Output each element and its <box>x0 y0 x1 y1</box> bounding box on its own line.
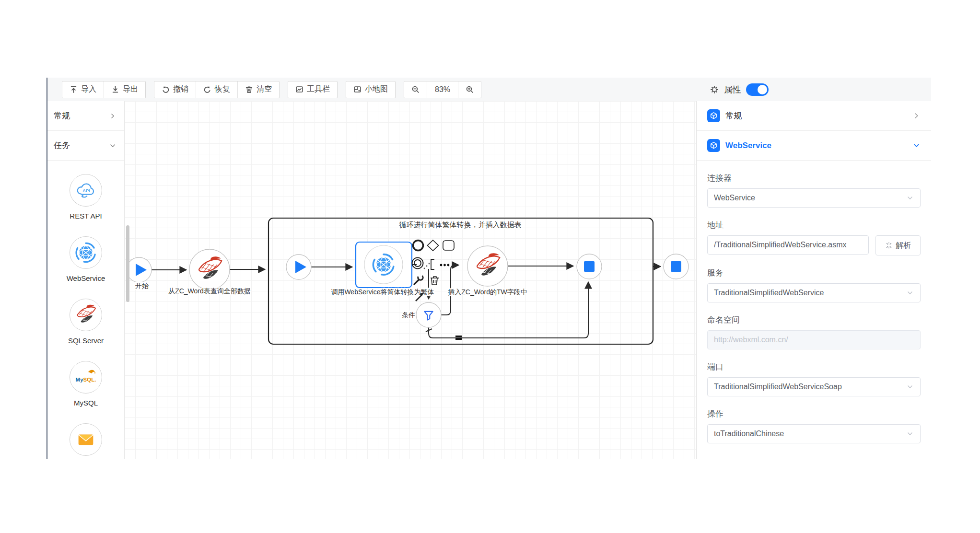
resolve-button[interactable]: 解析 <box>875 235 921 255</box>
edge-marker-bar <box>455 338 462 340</box>
properties-panel: 常规 WebService 连接器 WebService 地址 解析 服务 Tr… <box>696 101 931 459</box>
insert-node-label: 插入ZC_Word的TW字段中 <box>447 288 527 296</box>
shape-rect-tool[interactable] <box>443 241 454 250</box>
service-label: 服务 <box>707 267 921 278</box>
insert-sql-node[interactable]: 插入ZC_Word的TW字段中 <box>447 246 527 296</box>
chevron-down-icon <box>906 430 914 438</box>
palette-item-mysql[interactable]: MySQL <box>70 361 102 407</box>
flow-diagram: 循环进行简体繁体转换，并插入数据表 开始 从ZC_Word表查询全部数据 <box>125 101 696 459</box>
port-value: TraditionalSimplifiedWebServiceSoap <box>714 382 842 391</box>
sidebar-task-label: 任务 <box>54 140 70 151</box>
minimap-button[interactable]: 小地图 <box>346 81 395 98</box>
cube-icon <box>707 139 720 152</box>
redo-icon <box>203 85 211 93</box>
import-button[interactable]: 导入 <box>62 81 104 98</box>
export-label: 导出 <box>123 84 138 94</box>
node-palette-sidebar: 常规 任务 REST API WebService SQLServer MySQ… <box>47 101 125 459</box>
undo-button[interactable]: 撤销 <box>154 81 196 98</box>
redo-button[interactable]: 恢复 <box>196 81 237 98</box>
chevron-down-icon <box>906 194 914 202</box>
import-label: 导入 <box>81 84 96 94</box>
chevron-down-icon <box>906 383 914 391</box>
palette-item-sqlserver[interactable]: SQLServer <box>68 299 104 345</box>
start-node-label: 开始 <box>135 282 149 290</box>
zoom-out-button[interactable] <box>404 81 427 98</box>
sidebar-section-task[interactable]: 任务 <box>47 131 124 161</box>
palette-label: SQLServer <box>68 336 104 345</box>
loop-start-node[interactable] <box>286 255 311 279</box>
redo-label: 恢复 <box>215 84 230 94</box>
operation-select[interactable]: toTraditionalChinese <box>707 424 921 443</box>
loop-end-node[interactable] <box>577 254 602 279</box>
chevron-right-icon <box>109 112 117 120</box>
wrench-icon[interactable] <box>414 280 419 284</box>
chevron-right-icon <box>912 112 921 120</box>
shape-double-circle-tool[interactable] <box>412 258 423 269</box>
section-general[interactable]: 常规 <box>707 101 921 130</box>
edit-button-group: 撤销 恢复 清空 <box>154 81 280 98</box>
undo-icon <box>162 85 170 93</box>
flow-canvas[interactable]: 循环进行简体繁体转换，并插入数据表 开始 从ZC_Word表查询全部数据 <box>125 101 696 459</box>
chevron-down-icon <box>109 142 117 150</box>
mysql-logo-icon <box>74 366 97 389</box>
palette-items: REST API WebService SQLServer MySQL <box>47 161 124 459</box>
query-sql-node[interactable]: 从ZC_Word表查询全部数据 <box>168 249 251 295</box>
zoom-group: 83% <box>404 81 481 98</box>
shape-circle-tool[interactable] <box>413 241 423 251</box>
cube-icon <box>707 109 720 122</box>
loop-group-title: 循环进行简体繁体转换，并插入数据表 <box>399 220 522 229</box>
end-node[interactable] <box>664 254 688 279</box>
section-webservice-label: WebService <box>725 141 771 151</box>
sidebar-general-label: 常规 <box>54 110 70 121</box>
delete-node-icon[interactable] <box>431 277 439 285</box>
toolbar-panel-group: 工具栏 <box>288 81 338 98</box>
minimap-icon <box>353 85 362 93</box>
section-webservice[interactable]: WebService <box>707 131 921 160</box>
properties-toggle[interactable] <box>746 83 769 96</box>
webservice-node-label: 调用WebService将简体转换为繁体 <box>331 288 434 296</box>
sqlserver-logo-icon <box>74 303 97 326</box>
address-row: 解析 <box>707 235 921 255</box>
service-select[interactable]: TraditionalSimplifiedWebService <box>707 283 921 302</box>
gear-icon <box>710 85 719 94</box>
toolbar-panel-label: 工具栏 <box>307 84 330 94</box>
ellipsis-icon[interactable] <box>440 264 450 266</box>
context-dots <box>424 263 430 269</box>
palette-label: MySQL <box>74 399 98 407</box>
sidebar-scrollbar-thumb[interactable] <box>126 225 129 302</box>
palette-label: REST API <box>70 212 102 220</box>
connector-label: 连接器 <box>707 173 921 184</box>
board-icon <box>295 85 303 93</box>
zoom-level-value: 83% <box>427 81 458 98</box>
shape-diamond-tool[interactable] <box>428 240 439 251</box>
toolbar-panel-button[interactable]: 工具栏 <box>288 81 337 98</box>
resolve-icon <box>885 242 893 249</box>
clear-label: 清空 <box>257 84 272 94</box>
zoom-in-icon <box>466 85 474 93</box>
divider <box>697 160 931 161</box>
export-button[interactable]: 导出 <box>104 81 145 98</box>
io-button-group: 导入 导出 <box>62 81 146 98</box>
palette-item-mail[interactable] <box>70 423 102 456</box>
operation-value: toTraditionalChinese <box>714 429 784 438</box>
trash-icon <box>245 85 253 93</box>
start-node[interactable]: 开始 <box>127 257 152 290</box>
bracket-tool[interactable] <box>431 259 434 269</box>
port-select[interactable]: TraditionalSimplifiedWebServiceSoap <box>707 377 921 396</box>
palette-item-rest-api[interactable]: REST API <box>70 174 102 220</box>
sidebar-section-general[interactable]: 常规 <box>47 101 124 131</box>
chevron-down-icon <box>912 141 921 150</box>
zoom-in-button[interactable] <box>458 81 481 98</box>
address-label: 地址 <box>707 220 921 231</box>
clear-button[interactable]: 清空 <box>237 81 279 98</box>
address-input[interactable] <box>707 235 869 255</box>
webservice-globe-icon <box>75 242 97 264</box>
condition-node[interactable]: 条件 <box>402 302 441 327</box>
toolbar-left: 导入 导出 撤销 恢复 清空 <box>62 78 481 101</box>
loop-group-box[interactable]: 循环进行简体繁体转换，并插入数据表 <box>268 218 653 344</box>
operation-label: 操作 <box>707 408 921 419</box>
properties-title: 属性 <box>724 84 741 95</box>
connector-select[interactable]: WebService <box>707 188 921 208</box>
minimap-group: 小地图 <box>346 81 396 98</box>
palette-item-webservice[interactable]: WebService <box>67 236 105 282</box>
